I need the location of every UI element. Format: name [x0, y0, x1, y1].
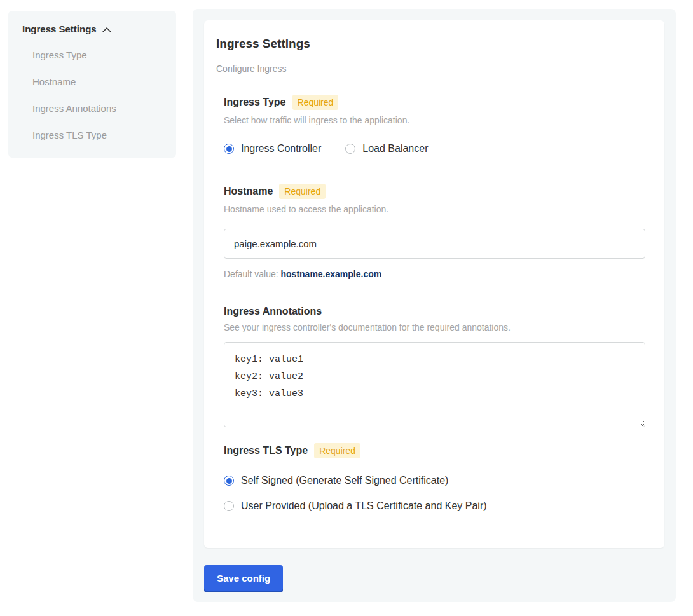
radio-label: Ingress Controller	[241, 143, 321, 154]
section-ingress-tls-type: Ingress TLS Type Required Self Signed (G…	[224, 443, 645, 512]
radio-icon	[224, 144, 234, 154]
annotations-textarea[interactable]: key1: value1 key2: value2 key3: value3	[224, 342, 645, 427]
radio-icon	[224, 476, 234, 486]
section-ingress-annotations: Ingress Annotations See your ingress con…	[224, 306, 645, 427]
page-subtitle: Configure Ingress	[216, 64, 645, 74]
page-title: Ingress Settings	[216, 37, 645, 51]
radio-option-load-balancer[interactable]: Load Balancer	[345, 143, 428, 154]
default-value-text: hostname.example.com	[281, 269, 382, 279]
section-help-text: See your ingress controller's documentat…	[224, 322, 645, 332]
sidebar-item-hostname[interactable]: Hostname	[32, 76, 163, 88]
radio-option-user-provided[interactable]: User Provided (Upload a TLS Certificate …	[224, 500, 645, 512]
section-help-text: Select how traffic will ingress to the a…	[224, 115, 645, 125]
hostname-input[interactable]	[224, 229, 645, 259]
radio-icon	[345, 144, 355, 154]
section-title: Ingress TLS Type	[224, 445, 308, 456]
default-value-prefix: Default value:	[224, 269, 278, 279]
sidebar-group-label: Ingress Settings	[22, 24, 97, 34]
radio-label: Load Balancer	[362, 143, 428, 154]
ingress-settings-card: Ingress Settings Configure Ingress Ingre…	[204, 20, 664, 548]
sidebar-item-ingress-tls-type[interactable]: Ingress TLS Type	[32, 130, 163, 141]
config-main-panel: Ingress Settings Configure Ingress Ingre…	[193, 9, 676, 602]
sidebar-item-ingress-annotations[interactable]: Ingress Annotations	[32, 103, 163, 114]
section-help-text: Hostname used to access the application.	[224, 204, 645, 214]
page: Ingress Settings Ingress Type Hostname I…	[0, 0, 693, 616]
radio-icon	[224, 501, 234, 511]
save-config-button[interactable]: Save config	[204, 565, 283, 591]
section-title: Ingress Annotations	[224, 306, 322, 317]
radio-option-ingress-controller[interactable]: Ingress Controller	[224, 143, 321, 154]
section-title: Hostname	[224, 186, 273, 197]
section-title: Ingress Type	[224, 97, 286, 108]
required-badge: Required	[314, 443, 360, 458]
radio-label: User Provided (Upload a TLS Certificate …	[241, 500, 487, 512]
required-badge: Required	[292, 95, 339, 110]
config-nav-sidebar: Ingress Settings Ingress Type Hostname I…	[8, 11, 176, 158]
required-badge: Required	[279, 184, 326, 199]
radio-label: Self Signed (Generate Self Signed Certif…	[241, 475, 448, 486]
sidebar-item-ingress-type[interactable]: Ingress Type	[32, 50, 163, 61]
sidebar-group-ingress-settings[interactable]: Ingress Settings	[22, 24, 163, 34]
section-hostname: Hostname Required Hostname used to acces…	[224, 184, 645, 279]
radio-option-self-signed[interactable]: Self Signed (Generate Self Signed Certif…	[224, 475, 645, 486]
hostname-default-value: Default value: hostname.example.com	[224, 269, 645, 279]
section-ingress-type: Ingress Type Required Select how traffic…	[224, 95, 645, 154]
chevron-up-icon	[102, 27, 111, 32]
